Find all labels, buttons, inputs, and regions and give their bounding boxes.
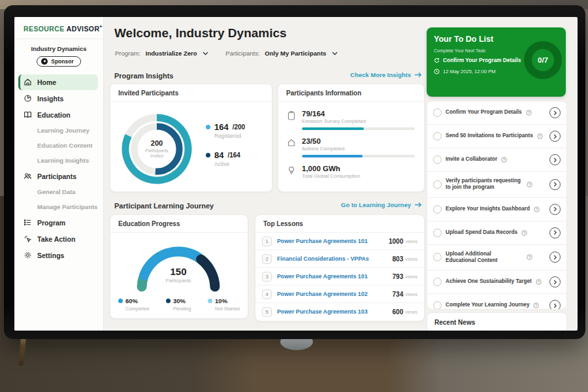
sidebar-item-label: Take Action	[37, 235, 75, 243]
task-row: Verify participants requesting to join t…	[427, 172, 566, 198]
task-checkbox[interactable]	[433, 205, 442, 214]
task-checkbox[interactable]	[433, 180, 442, 189]
task-checkbox[interactable]	[433, 229, 442, 237]
legend-label: Completed	[125, 306, 149, 312]
logo-secondary: ADVISOR	[67, 25, 100, 33]
todo-summary-card: Your To Do List Complete Your Next Task:…	[427, 27, 566, 97]
help-icon[interactable]	[527, 254, 532, 260]
program-filter[interactable]: Program: Industrialize Zero	[115, 50, 208, 57]
gauge-center: 150 Participants	[129, 266, 227, 284]
sidebar-item-general-data[interactable]: General Data	[18, 185, 98, 199]
task-checkbox[interactable]	[433, 108, 442, 117]
lesson-rank: 3	[262, 272, 272, 282]
sidebar-item-participants[interactable]: Participants	[18, 169, 98, 184]
task-label: Confirm Your Program Details	[446, 109, 522, 116]
chevron-right-icon[interactable]	[549, 252, 561, 263]
lesson-link[interactable]: Power Purchase Agreements 101	[277, 273, 393, 280]
organization-name: Industry Dynamics	[14, 45, 103, 52]
gauge-legend: 60% Completed 30% Pending 10% Not Starte…	[110, 297, 248, 312]
sidebar-item-label: Settings	[37, 252, 64, 259]
insights-icon	[24, 94, 32, 103]
lesson-link[interactable]: Financial Considerations - VPPAs	[277, 255, 393, 262]
task-checkbox[interactable]	[433, 132, 442, 140]
progress-fill	[302, 127, 364, 130]
task-row: Complete Your Learning Journey	[427, 294, 566, 310]
help-icon[interactable]	[534, 206, 540, 212]
todo-title: Your To Do List	[434, 35, 493, 44]
chevron-right-icon[interactable]	[549, 204, 561, 215]
sidebar-item-education-content[interactable]: Education Content	[18, 139, 98, 153]
help-icon[interactable]	[521, 230, 527, 236]
filter-bar: Program: Industrialize Zero Participants…	[115, 50, 338, 57]
chevron-right-icon[interactable]	[549, 131, 561, 142]
lesson-rank: 1	[262, 237, 272, 246]
task-label: Send 50 Invitations to Participants	[446, 133, 533, 139]
todo-tasks-card: Confirm Your Program Details Send 50 Inv…	[427, 101, 567, 310]
help-icon[interactable]	[533, 302, 539, 308]
lesson-views: 1000	[389, 238, 403, 245]
sidebar-item-program[interactable]: Program	[18, 215, 98, 231]
recent-news-card: Recent News	[427, 312, 567, 331]
lesson-link[interactable]: Power Purchase Agreements 103	[277, 308, 393, 315]
legend-dot	[166, 299, 171, 303]
sidebar-item-insights[interactable]: Insights	[18, 91, 98, 106]
help-icon[interactable]	[536, 279, 542, 285]
sidebar-item-learning-journey[interactable]: Learning Journey	[18, 123, 98, 138]
sidebar-item-learning-insights[interactable]: Learning Insights	[18, 154, 98, 168]
sidebar-divider	[14, 39, 103, 39]
legend-label: Pending	[173, 306, 191, 312]
sidebar-item-settings[interactable]: Settings	[18, 248, 98, 263]
stat-value: 1,000 GWh	[302, 165, 415, 172]
task-label: Achieve One Sustainability Target	[446, 278, 532, 285]
sidebar-item-education[interactable]: Education	[18, 107, 98, 123]
sidebar-item-manage-participants[interactable]: Manage Participants	[18, 200, 98, 214]
education-progress-card: Education Progress 150 Participants 60% …	[110, 214, 248, 319]
sponsor-badge[interactable]: Sponsor	[37, 56, 80, 67]
help-icon[interactable]	[527, 182, 532, 188]
chevron-right-icon[interactable]	[549, 227, 561, 238]
go-to-learning-journey-link[interactable]: Go to Learning Journey	[341, 201, 422, 208]
sidebar-item-take-action[interactable]: Take Action	[18, 231, 98, 247]
legend-label: Active	[214, 161, 245, 167]
todo-due-date: 12 May 2025, 12:00 PM	[434, 69, 496, 74]
chevron-right-icon[interactable]	[549, 154, 561, 165]
lesson-rank: 4	[262, 289, 272, 299]
card-title: Participants Information	[278, 84, 424, 102]
lesson-row: 3 Power Purchase Agreements 101 793views	[255, 267, 424, 285]
participants-filter[interactable]: Participants: Only My Participants	[225, 50, 338, 57]
sidebar-item-home[interactable]: Home	[18, 74, 98, 90]
gauge-chart	[129, 237, 227, 293]
check-more-insights-link[interactable]: Check More Insights	[350, 71, 422, 78]
education-icon	[24, 110, 32, 119]
home-icon	[24, 78, 32, 86]
lesson-link[interactable]: Power Purchase Agreements 101	[277, 238, 389, 244]
chevron-right-icon[interactable]	[549, 179, 561, 190]
task-label: Verify participants requesting to join t…	[446, 178, 523, 191]
task-checkbox[interactable]	[433, 278, 442, 286]
chevron-right-icon[interactable]	[549, 300, 561, 310]
lesson-row: 5 Power Purchase Agreements 103 600views	[255, 302, 424, 320]
donut-center-value: 200	[151, 139, 163, 147]
chevron-right-icon[interactable]	[549, 276, 561, 287]
recent-news-title: Recent News	[427, 313, 566, 331]
stat-value: 79/164	[302, 110, 415, 118]
task-checkbox[interactable]	[433, 301, 442, 310]
todo-next-task-label: Confirm Your Program Details	[443, 57, 521, 63]
lesson-link[interactable]: Power Purchase Agreements 102	[277, 291, 393, 297]
invited-participants-card: Invited Participants 200 Participants In…	[110, 84, 272, 192]
task-checkbox[interactable]	[433, 155, 442, 164]
chevron-right-icon[interactable]	[549, 107, 561, 118]
help-icon[interactable]	[501, 157, 507, 163]
participants-stats: 79/164 Emission Survey Completed 23/50 A…	[278, 102, 424, 179]
task-checkbox[interactable]	[433, 253, 442, 261]
help-icon[interactable]	[537, 133, 543, 139]
help-icon[interactable]	[526, 110, 532, 116]
program-icon	[24, 218, 32, 227]
legend-dot	[206, 125, 210, 129]
task-row: Upload Additional Educational Content	[427, 245, 566, 271]
dashboard-screen: RESOURCEADVISOR+ Industry Dynamics Spons…	[14, 17, 578, 331]
legend-item-completed: 60% Completed	[118, 297, 149, 312]
legend-suffix: /200	[233, 123, 245, 131]
task-row: Invite a Collaborator	[427, 148, 566, 172]
progress-track	[302, 155, 415, 157]
